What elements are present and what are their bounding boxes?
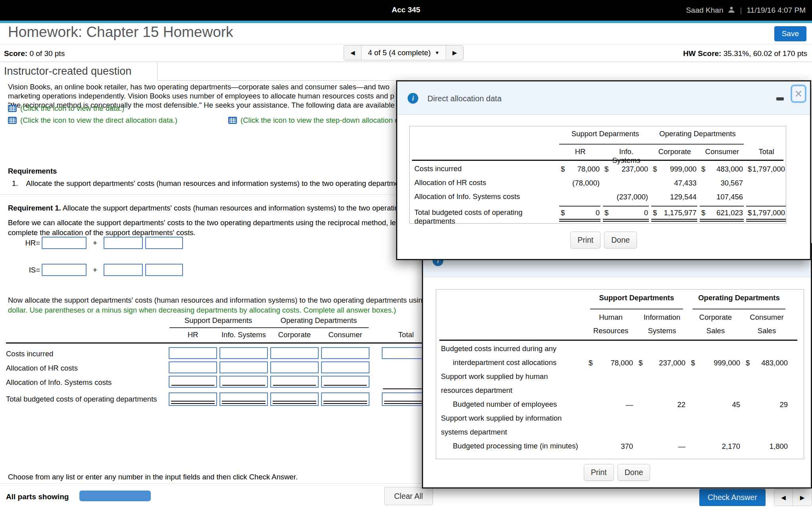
next-part-button[interactable]: ▶ [793,489,812,506]
user-name[interactable]: Saad Khan [686,6,723,15]
is-equation-input-1[interactable] [42,264,87,276]
answer-input[interactable] [321,347,369,359]
requirements-heading: Requirements [8,167,57,176]
answer-input[interactable] [219,376,268,388]
value-cell: $78,000 [559,164,600,178]
col-header: Corporate [689,313,741,322]
view-stepdown-allocation-link[interactable]: (Click the icon to view the step-down al… [228,116,399,125]
is-equation-input-2[interactable] [104,264,143,276]
table-icon [228,117,237,124]
top-bar: Acc 345 Saad Khan | 11/19/16 4:07 PM [0,0,812,21]
answer-input[interactable] [270,361,319,373]
close-icon: ✕ [795,88,803,100]
footer-instruction: Choose from any list or enter any number… [8,473,298,481]
prev-question-button[interactable]: ◀ [344,46,362,60]
print-button[interactable]: Print [570,232,600,249]
view-data-label: (Click the icon to view the data.) [20,104,124,113]
col-header: Consumer [321,330,369,339]
header-rule [6,342,427,344]
answer-input[interactable] [321,376,369,388]
view-direct-allocation-link[interactable]: (Click the icon to view the direct alloc… [8,116,177,125]
check-answer-button[interactable]: Check Answer [699,489,766,506]
allocate-instruction-line2: dollar. Use parentheses or a minus sign … [8,306,396,315]
group-underline [693,309,785,309]
prev-part-button[interactable]: ◀ [774,489,793,506]
view-direct-allocation-label: (Click the icon to view the direct alloc… [20,116,177,125]
group-underline [559,144,744,145]
value-cell: $1,797,000 [746,208,786,222]
answer-input[interactable] [219,347,268,359]
value-cell: — [587,400,634,409]
value-cell: 45 [689,400,741,409]
question-selector[interactable]: 4 of 5 (4 complete) ▼ [362,46,446,60]
value-cell: 129,544 [651,192,697,207]
answer-input[interactable] [219,361,268,373]
table-row: Costs incurred [6,347,433,359]
row-label: systems department [441,428,587,437]
done-button[interactable]: Done [604,232,637,249]
question-type-tab: Instructor-created question [0,62,158,81]
row-label: Allocation of HR costs [414,178,559,191]
hr-equation-label: HR= [22,239,40,247]
question-line: marketing operations independently. Visi… [8,91,416,100]
prev-icon: ◀ [781,494,786,501]
requirement-number: 1. [12,179,18,188]
hr-equation-input-3[interactable] [145,237,183,249]
group-header-operating: Operating Departments [689,294,789,302]
value-cell: — [637,442,686,451]
value-cell: 1,800 [744,442,789,451]
minimize-button[interactable] [776,97,784,100]
is-equation-input-3[interactable] [145,264,183,276]
hr-equation-input-2[interactable] [104,237,143,249]
row-label: Total budgeted costs of operating depart… [6,392,169,404]
value-cell: 47,433 [651,178,697,191]
group-underline [590,309,683,309]
answer-input[interactable] [169,361,217,373]
part-nav: ◀ ▶ [774,489,812,506]
direct-allocation-dialog: i Direct allocation data ✕ Support Depar… [396,80,811,260]
answer-input[interactable] [321,392,369,406]
plus-sign: + [93,239,97,247]
answer-input[interactable] [169,347,217,359]
answer-input[interactable] [321,361,369,373]
answer-input[interactable] [169,392,217,406]
close-button[interactable]: ✕ [791,85,806,103]
value-cell: (237,000) [603,192,649,207]
col-header: Sales [744,326,789,335]
explanation-text: Before we can allocate the support depar… [8,218,427,238]
question-type-label: Instructor-created question [0,65,131,77]
answer-input[interactable] [270,392,319,406]
row-label: Costs incurred [6,347,169,358]
answer-input[interactable] [219,392,268,406]
row-label: Support work supplied by human [441,372,587,381]
accent-line [0,21,812,23]
app-window: Acc 345 Saad Khan | 11/19/16 4:07 PM Hom… [0,0,812,508]
clear-all-button[interactable]: Clear All [384,487,433,505]
value-cell: $999,000 [651,164,697,178]
page-title: Homework: Chapter 15 Homework [8,24,233,41]
group-header-support: Support Deparments [559,129,651,138]
done-button[interactable]: Done [618,464,650,481]
value-cell: $78,000 [587,358,634,367]
group-header-support: Support Deparments [169,316,268,325]
value-cell: 370 [587,442,634,451]
print-button[interactable]: Print [584,464,614,481]
data-table: Support Departments Operating Department… [436,289,804,459]
answer-input[interactable] [169,376,217,388]
answer-input[interactable] [270,347,319,359]
row-label: Budgeted processing time (in minutes) [441,442,587,451]
value-cell: 107,456 [700,192,744,207]
col-header: Consumer [700,147,744,165]
table-icon [8,105,17,112]
hr-equation-input-1[interactable] [42,237,87,249]
save-button[interactable]: Save [774,26,806,41]
col-header: HR [559,147,600,165]
value-cell: (78,000) [559,178,600,191]
row-label: Costs incurred [414,164,559,178]
dialog-title: Direct allocation data [427,94,502,103]
prev-icon: ◀ [350,49,355,56]
view-data-link[interactable]: (Click the icon to view the data.) [8,104,124,113]
next-question-button[interactable]: ▶ [446,46,463,60]
value-cell [559,192,600,207]
answer-input[interactable] [270,376,319,388]
